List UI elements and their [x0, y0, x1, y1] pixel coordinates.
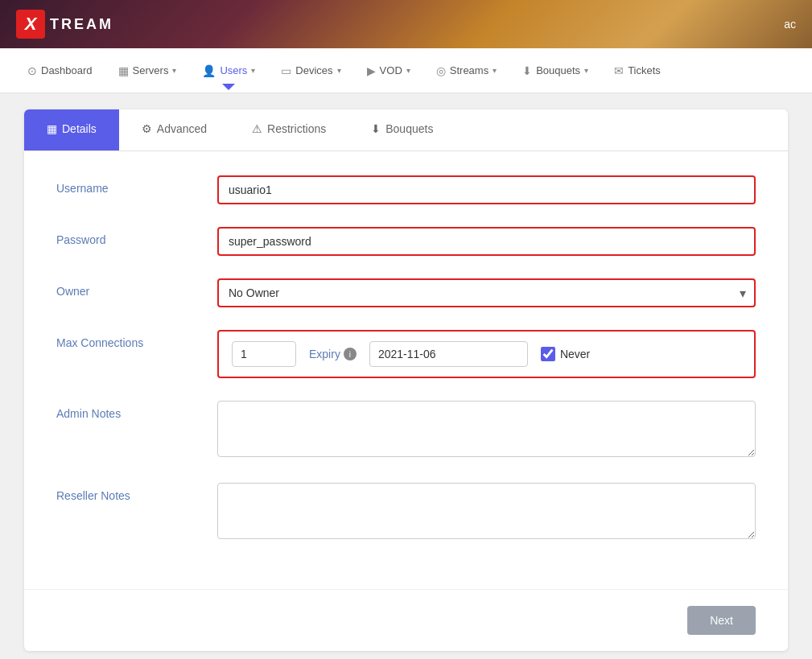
admin-notes-row: Admin Notes — [56, 401, 756, 460]
nav-vod-label: VOD — [380, 64, 402, 76]
servers-icon: ▦ — [118, 64, 129, 77]
expiry-text: Expiry — [309, 348, 340, 360]
nav-dashboard[interactable]: ⊙ Dashboard — [16, 58, 104, 84]
admin-notes-control — [217, 401, 756, 460]
never-group: Never — [541, 347, 590, 361]
reseller-notes-label: Reseller Notes — [56, 483, 217, 502]
reseller-notes-row: Reseller Notes — [56, 483, 756, 542]
connections-group: Expiry i Never — [217, 330, 756, 378]
max-connections-label: Max Connections — [56, 330, 217, 349]
logo-icon: X — [16, 10, 45, 39]
tab-advanced-label: Advanced — [157, 122, 207, 135]
users-chevron-icon: ▾ — [251, 66, 255, 75]
nav-tickets[interactable]: ✉ Tickets — [603, 58, 672, 84]
bouquets-icon: ⬇ — [522, 64, 532, 77]
admin-notes-label: Admin Notes — [56, 401, 217, 420]
owner-label: Owner — [56, 278, 217, 298]
owner-control: No Owner ▾ — [217, 278, 756, 307]
password-label: Password — [56, 227, 217, 246]
bouquets-chevron-icon: ▾ — [584, 66, 588, 75]
admin-notes-textarea[interactable] — [217, 401, 756, 457]
nav-servers[interactable]: ▦ Servers ▾ — [107, 58, 188, 84]
password-input[interactable] — [217, 227, 756, 256]
top-banner: X TREAM ac — [0, 0, 812, 48]
nav-bouquets[interactable]: ⬇ Bouquets ▾ — [511, 58, 600, 84]
tab-restrictions-label: Restrictions — [267, 122, 326, 135]
nav-devices[interactable]: ▭ Devices ▾ — [270, 58, 352, 84]
streams-icon: ◎ — [436, 64, 446, 77]
max-connections-control: Expiry i Never — [217, 330, 756, 378]
tab-details[interactable]: ▦ Details — [24, 109, 119, 150]
password-control — [217, 227, 756, 256]
servers-chevron-icon: ▾ — [172, 66, 176, 75]
nav-streams[interactable]: ◎ Streams ▾ — [425, 58, 508, 84]
username-input[interactable] — [217, 175, 756, 204]
tab-bouquets[interactable]: ⬇ Bouquets — [348, 109, 455, 150]
nav-users-label: Users — [220, 64, 247, 76]
password-row: Password — [56, 227, 756, 256]
restrictions-tab-icon: ⚠ — [252, 122, 262, 135]
form-tabs: ▦ Details ⚙ Advanced ⚠ Restrictions ⬇ Bo… — [24, 109, 788, 151]
nav-devices-label: Devices — [295, 64, 332, 76]
nav-users[interactable]: 👤 Users ▾ — [191, 58, 266, 84]
user-account: ac — [784, 18, 796, 31]
logo-text: TREAM — [50, 16, 113, 33]
next-button[interactable]: Next — [687, 606, 756, 635]
devices-chevron-icon: ▾ — [337, 66, 341, 75]
owner-select[interactable]: No Owner — [217, 278, 756, 307]
expiry-date-input[interactable] — [369, 341, 528, 367]
details-tab-icon: ▦ — [47, 122, 57, 135]
streams-chevron-icon: ▾ — [493, 66, 497, 75]
max-connections-input[interactable] — [232, 341, 296, 367]
form-footer: Next — [24, 589, 788, 651]
tab-details-label: Details — [62, 122, 97, 135]
users-dropdown-arrow — [222, 84, 235, 90]
expiry-info-icon: i — [344, 348, 357, 360]
reseller-notes-textarea[interactable] — [217, 483, 756, 539]
reseller-notes-control — [217, 483, 756, 542]
max-connections-row: Max Connections Expiry i Never — [56, 330, 756, 378]
nav-servers-label: Servers — [133, 64, 169, 76]
owner-select-wrapper: No Owner ▾ — [217, 278, 756, 307]
users-icon: 👤 — [202, 64, 216, 77]
nav-vod[interactable]: ▶ VOD ▾ — [356, 58, 422, 84]
username-row: Username — [56, 175, 756, 204]
username-label: Username — [56, 175, 217, 195]
nav-bouquets-label: Bouquets — [536, 64, 580, 76]
nav-tickets-label: Tickets — [628, 64, 661, 76]
dashboard-icon: ⊙ — [27, 64, 37, 77]
advanced-tab-icon: ⚙ — [142, 122, 152, 135]
nav-streams-label: Streams — [450, 64, 488, 76]
user-form-card: ▦ Details ⚙ Advanced ⚠ Restrictions ⬇ Bo… — [24, 109, 788, 651]
vod-chevron-icon: ▾ — [406, 66, 410, 75]
vod-icon: ▶ — [367, 64, 376, 77]
tab-restrictions[interactable]: ⚠ Restrictions — [229, 109, 348, 150]
form-body: Username Password Owner No Owner — [24, 151, 788, 589]
devices-icon: ▭ — [281, 64, 291, 77]
main-content: ▦ Details ⚙ Advanced ⚠ Restrictions ⬇ Bo… — [0, 93, 812, 659]
never-label: Never — [560, 348, 590, 360]
username-control — [217, 175, 756, 204]
owner-row: Owner No Owner ▾ — [56, 278, 756, 307]
never-checkbox[interactable] — [541, 347, 555, 361]
logo: X TREAM — [16, 10, 113, 39]
tab-advanced[interactable]: ⚙ Advanced — [119, 109, 229, 150]
tickets-icon: ✉ — [614, 64, 624, 77]
bouquets-tab-icon: ⬇ — [371, 122, 381, 135]
nav-dashboard-label: Dashboard — [41, 64, 93, 76]
tab-bouquets-label: Bouquets — [385, 122, 433, 135]
expiry-label: Expiry i — [309, 348, 357, 360]
main-nav: ⊙ Dashboard ▦ Servers ▾ 👤 Users ▾ ▭ Devi… — [0, 48, 812, 93]
